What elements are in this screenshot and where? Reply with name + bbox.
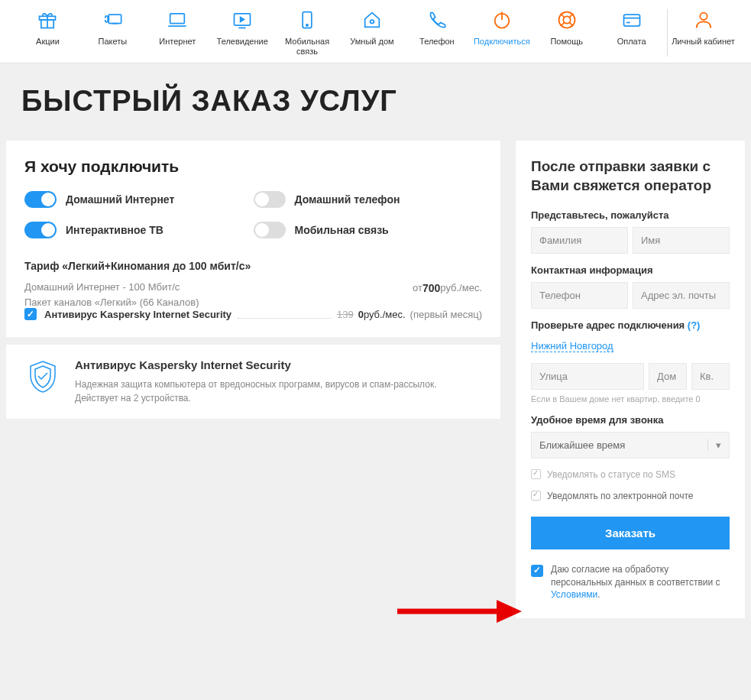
svg-rect-21 bbox=[623, 15, 639, 26]
nav-label: Умный дом bbox=[350, 37, 393, 47]
lastname-input[interactable]: Фамилия bbox=[531, 227, 628, 254]
consent-dot: . bbox=[597, 589, 600, 600]
apt-input[interactable]: Кв. bbox=[691, 363, 730, 390]
notify-sms-label: Уведомлять о статусе по SMS bbox=[547, 469, 675, 480]
promo-text: Антивирус Kaspersky Internet Security На… bbox=[75, 358, 482, 405]
nav-label: Личный кабинет bbox=[672, 37, 735, 47]
nav-internet[interactable]: Интернет bbox=[145, 9, 210, 57]
contact-label: Контактная информация bbox=[531, 264, 730, 276]
nav-payment[interactable]: Оплата bbox=[599, 9, 664, 57]
svg-point-24 bbox=[700, 13, 707, 20]
nav-smarthome[interactable]: Умный дом bbox=[340, 9, 405, 57]
user-icon bbox=[693, 9, 714, 31]
svg-marker-8 bbox=[241, 18, 244, 22]
time-select[interactable]: Ближайшее время ▾ bbox=[531, 432, 730, 459]
page-title: БЫСТРЫЙ ЗАКАЗ УСЛУГ bbox=[0, 63, 751, 141]
notify-email-row: Уведомлять по электронной почте bbox=[531, 491, 730, 501]
connect-title: Я хочу подключить bbox=[24, 157, 482, 176]
order-button[interactable]: Заказать bbox=[531, 517, 730, 549]
tariff-title: Тариф «Легкий+Киномания до 100 мбит/с» bbox=[24, 260, 482, 272]
toggle-iptv: Интерактивное ТВ bbox=[24, 222, 254, 238]
svg-point-12 bbox=[371, 20, 374, 24]
promo-card: Антивирус Kaspersky Internet Security На… bbox=[6, 345, 500, 419]
email-input[interactable]: Адрес эл. почты bbox=[633, 282, 730, 309]
tariff-block: Тариф «Легкий+Киномания до 100 мбит/с» Д… bbox=[24, 260, 482, 320]
price-value: 700 bbox=[422, 282, 440, 294]
form-title: После отправки заявки с Вами свяжется оп… bbox=[531, 157, 730, 195]
nav-label: Акции bbox=[36, 37, 60, 47]
consent-row: Даю согласие на обработку персональных д… bbox=[531, 563, 730, 601]
promo-title: Антивирус Kaspersky Internet Security bbox=[75, 358, 482, 371]
svg-line-17 bbox=[561, 14, 565, 18]
nav-mobile[interactable]: Мобильная связь bbox=[275, 9, 340, 57]
price-prefix: от bbox=[413, 282, 422, 294]
toggle-home-internet: Домашний Интернет bbox=[24, 191, 254, 208]
notify-sms-row: Уведомлять о статусе по SMS bbox=[531, 469, 730, 480]
nav-label: Телефон bbox=[419, 37, 455, 47]
city-link[interactable]: Нижний Новгород bbox=[531, 340, 613, 352]
nav-label: Подключиться bbox=[474, 37, 530, 47]
home-icon bbox=[361, 9, 383, 31]
consent-text-wrap: Даю согласие на обработку персональных д… bbox=[551, 563, 730, 601]
addon-suffix: руб./мес. bbox=[364, 309, 406, 320]
nav-packages[interactable]: Пакеты bbox=[80, 9, 145, 57]
top-navigation: Акции Пакеты Интернет Телевидение Мобиль… bbox=[0, 0, 751, 63]
svg-point-16 bbox=[563, 16, 570, 23]
power-icon bbox=[491, 9, 513, 31]
toggle-mobile: Мобильная связь bbox=[254, 222, 483, 238]
nav-label: Интернет bbox=[159, 37, 196, 47]
nav-label: Помощь bbox=[550, 37, 583, 47]
phone-icon bbox=[426, 9, 448, 31]
toggle-switch[interactable] bbox=[254, 191, 286, 208]
street-input[interactable]: Улица bbox=[531, 363, 644, 390]
consent-link[interactable]: Условиями bbox=[551, 589, 597, 600]
addon-note: (первый месяц) bbox=[410, 309, 482, 320]
nav-account[interactable]: Личный кабинет bbox=[671, 9, 736, 57]
house-input[interactable]: Дом bbox=[649, 363, 687, 390]
toggle-switch[interactable] bbox=[24, 222, 57, 238]
consent-text: Даю согласие на обработку персональных д… bbox=[551, 564, 720, 588]
order-form: После отправки заявки с Вами свяжется оп… bbox=[516, 141, 745, 618]
nav-tv[interactable]: Телевидение bbox=[210, 9, 275, 57]
notify-email-checkbox[interactable] bbox=[531, 491, 541, 501]
promo-desc: Надежная защита компьютера от вредоносны… bbox=[75, 378, 482, 405]
nav-connect[interactable]: Подключиться bbox=[469, 9, 534, 57]
toggle-label: Мобильная связь bbox=[295, 224, 389, 236]
consent-checkbox[interactable] bbox=[531, 565, 543, 577]
notify-email-label: Уведомлять по электронной почте bbox=[547, 491, 694, 501]
toggle-label: Домашний Интернет bbox=[66, 193, 174, 206]
addon-row: Антивирус Kaspersky Internet Security 13… bbox=[24, 308, 482, 320]
toggle-switch[interactable] bbox=[24, 191, 57, 208]
toggle-label: Домашний телефон bbox=[295, 193, 400, 206]
addon-new-price: 0 bbox=[358, 309, 364, 320]
toggle-home-phone: Домашний телефон bbox=[254, 191, 483, 208]
toggle-label: Интерактивное ТВ bbox=[66, 224, 163, 236]
card-icon bbox=[621, 9, 643, 31]
nav-help[interactable]: Помощь bbox=[534, 9, 599, 57]
address-help-link[interactable]: (?) bbox=[688, 319, 701, 331]
svg-rect-5 bbox=[170, 14, 185, 24]
firstname-input[interactable]: Имя bbox=[633, 227, 730, 254]
name-label: Представьтесь, пожалуйста bbox=[531, 209, 730, 221]
phone-input[interactable]: Телефон bbox=[531, 282, 628, 309]
dots-leader bbox=[238, 309, 331, 319]
shield-icon bbox=[24, 358, 61, 395]
lifebuoy-icon bbox=[556, 9, 578, 31]
toggle-row: Домашний Интернет Домашний телефон Интер… bbox=[24, 191, 482, 252]
svg-line-20 bbox=[569, 23, 573, 27]
apt-hint: Если в Вашем доме нет квартир, введите 0 bbox=[531, 394, 730, 403]
addon-checkbox[interactable] bbox=[24, 308, 37, 320]
addon-name: Антивирус Kaspersky Internet Security bbox=[44, 309, 231, 320]
main-content: Я хочу подключить Домашний Интернет Дома… bbox=[0, 141, 751, 634]
nav-promo[interactable]: Акции bbox=[15, 9, 80, 57]
svg-rect-3 bbox=[109, 15, 121, 24]
toggle-switch[interactable] bbox=[254, 222, 286, 238]
left-column: Я хочу подключить Домашний Интернет Дома… bbox=[6, 141, 500, 618]
address-label: Проверьте адрес подключения (?) bbox=[531, 319, 730, 331]
svg-line-19 bbox=[561, 23, 565, 27]
notify-sms-checkbox[interactable] bbox=[531, 469, 541, 479]
time-value: Ближайшее время bbox=[539, 439, 625, 451]
nav-phone[interactable]: Телефон bbox=[404, 9, 469, 57]
tv-icon bbox=[231, 9, 253, 31]
nav-label: Телевидение bbox=[217, 37, 268, 47]
